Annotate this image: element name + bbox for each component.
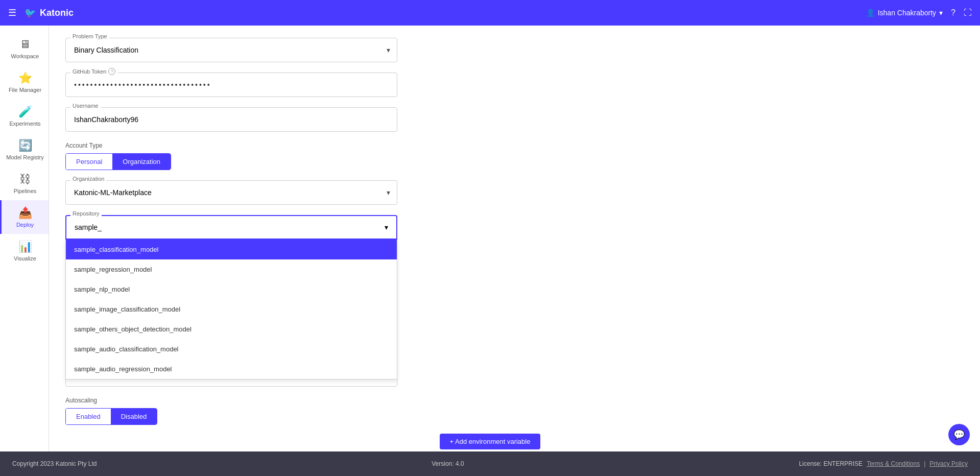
organization-select[interactable]: Katonic-ML-Marketplace ▾ — [65, 180, 397, 205]
navbar-right: 👤 Ishan Chakraborty ▾ ? ⛶ — [866, 8, 972, 17]
logo: 🐦 Katonic — [25, 7, 74, 18]
chat-icon: 💬 — [953, 429, 965, 440]
problem-type-value: Binary Classification — [74, 46, 138, 54]
deploy-icon: 📤 — [18, 206, 32, 220]
sidebar-item-pipelines[interactable]: ⛓ Pipelines — [0, 166, 49, 200]
username-label: Username — [70, 103, 101, 109]
organization-wrapper: Organization Katonic-ML-Marketplace ▾ — [65, 180, 397, 205]
repository-field: Repository sample_ ▾ sample_classificati… — [65, 215, 397, 240]
model-registry-icon: 🔄 — [18, 139, 32, 152]
problem-type-label: Problem Type — [70, 33, 109, 39]
footer: Copyright 2023 Katonic Pty Ltd Version: … — [0, 451, 980, 476]
navbar-left: ☰ 🐦 Katonic — [8, 7, 74, 18]
user-info[interactable]: 👤 Ishan Chakraborty ▾ — [866, 9, 943, 17]
sidebar-item-visualize[interactable]: 📊 Visualize — [0, 234, 49, 268]
footer-license: License: ENTERPRISE — [799, 460, 863, 467]
repository-dropdown-list: sample_classification_model sample_regre… — [65, 240, 397, 379]
repository-label: Repository — [70, 210, 102, 217]
repo-option-4[interactable]: sample_others_object_detection_model — [66, 319, 397, 339]
sidebar-item-file-manager[interactable]: ⭐ File Manager — [0, 65, 49, 99]
repository-select[interactable]: sample_ ▾ — [65, 215, 397, 240]
organization-label: Organization — [70, 176, 106, 182]
username-field: Username — [65, 107, 964, 132]
sidebar-item-label: Visualize — [14, 255, 36, 261]
sidebar-item-experiments[interactable]: 🧪 Experiments — [0, 99, 49, 133]
problem-type-wrapper: Problem Type Binary Classification ▾ — [65, 38, 397, 62]
autoscaling-label: Autoscaling — [65, 397, 964, 404]
github-token-label: GitHub Token ? — [70, 68, 117, 75]
help-icon[interactable]: ? — [951, 8, 955, 17]
account-type-personal-button[interactable]: Personal — [66, 154, 112, 170]
repo-option-0[interactable]: sample_classification_model — [66, 240, 397, 259]
file-manager-icon: ⭐ — [18, 72, 32, 85]
repository-chevron-icon: ▾ — [385, 223, 388, 231]
fullscreen-icon[interactable]: ⛶ — [964, 8, 972, 17]
github-token-field: GitHub Token ? — [65, 73, 964, 97]
repository-value: sample_ — [75, 223, 102, 231]
footer-copyright: Copyright 2023 Katonic Pty Ltd — [12, 460, 97, 467]
autoscaling-disabled-button[interactable]: Disabled — [111, 409, 157, 424]
chat-bubble-button[interactable]: 💬 — [948, 424, 970, 445]
footer-privacy-link[interactable]: Privacy Policy — [929, 460, 968, 467]
account-type-organization-button[interactable]: Organization — [112, 154, 171, 170]
account-type-label: Account Type — [65, 142, 964, 149]
sidebar-item-label: Model Registry — [6, 154, 43, 160]
autoscaling-toggle: Enabled Disabled — [65, 408, 157, 425]
footer-right: License: ENTERPRISE Terms & Conditions |… — [799, 460, 968, 467]
footer-version: Version: 4.0 — [432, 460, 464, 467]
problem-type-chevron-icon: ▾ — [387, 46, 390, 54]
repo-option-1[interactable]: sample_regression_model — [66, 259, 397, 279]
add-env-variable-button[interactable]: + Add environment variable — [440, 434, 541, 449]
sidebar-item-model-registry[interactable]: 🔄 Model Registry — [0, 133, 49, 166]
repo-option-3[interactable]: sample_image_classification_model — [66, 299, 397, 319]
user-name: Ishan Chakraborty — [878, 9, 936, 17]
footer-terms-link[interactable]: Terms & Conditions — [867, 460, 920, 467]
sidebar-item-label: Pipelines — [14, 188, 37, 194]
repo-option-2[interactable]: sample_nlp_model — [66, 279, 397, 299]
sidebar: 🖥 Workspace ⭐ File Manager 🧪 Experiments… — [0, 26, 49, 451]
pipelines-icon: ⛓ — [19, 173, 31, 186]
sidebar-item-label: Experiments — [9, 121, 40, 127]
sidebar-item-label: File Manager — [9, 87, 41, 93]
problem-type-field: Problem Type Binary Classification ▾ — [65, 38, 964, 62]
footer-separator: | — [924, 460, 925, 467]
sidebar-item-label: Workspace — [11, 53, 39, 59]
organization-field: Organization Katonic-ML-Marketplace ▾ — [65, 180, 964, 205]
organization-value: Katonic-ML-Marketplace — [74, 188, 152, 197]
problem-type-select[interactable]: Binary Classification ▾ — [65, 38, 397, 62]
username-input[interactable] — [65, 107, 397, 132]
autoscaling-enabled-button[interactable]: Enabled — [66, 409, 111, 424]
github-token-input[interactable] — [65, 73, 397, 97]
account-type-toggle: Personal Organization — [65, 153, 171, 170]
user-chevron-icon: ▾ — [939, 9, 943, 17]
visualize-icon: 📊 — [18, 240, 32, 253]
logo-icon: 🐦 — [25, 7, 36, 18]
repo-option-6[interactable]: sample_audio_regression_model — [66, 359, 397, 379]
navbar: ☰ 🐦 Katonic 👤 Ishan Chakraborty ▾ ? ⛶ — [0, 0, 980, 26]
user-avatar-icon: 👤 — [866, 9, 875, 17]
repo-option-5[interactable]: sample_audio_classification_model — [66, 339, 397, 359]
experiments-icon: 🧪 — [18, 105, 32, 118]
workspace-icon: 🖥 — [19, 38, 31, 51]
hamburger-icon[interactable]: ☰ — [8, 7, 16, 18]
sidebar-item-workspace[interactable]: 🖥 Workspace — [0, 32, 49, 65]
sidebar-item-label: Deploy — [16, 222, 34, 228]
main-layout: 🖥 Workspace ⭐ File Manager 🧪 Experiments… — [0, 26, 980, 451]
content-area: Problem Type Binary Classification ▾ Git… — [49, 26, 980, 451]
github-token-help-icon[interactable]: ? — [108, 68, 115, 75]
organization-chevron-icon: ▾ — [387, 188, 390, 197]
sidebar-item-deploy[interactable]: 📤 Deploy — [0, 200, 49, 234]
logo-text: Katonic — [40, 8, 74, 18]
